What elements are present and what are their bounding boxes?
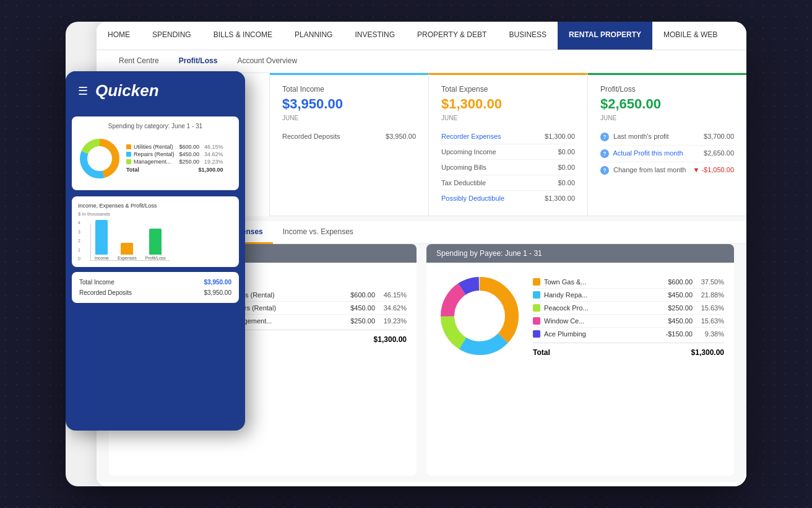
payee-total-label: Total	[533, 348, 550, 357]
hamburger-icon[interactable]: ☰	[78, 84, 88, 98]
towngas-amount: $600.00	[659, 278, 693, 286]
repairs-pct: 34.62%	[379, 304, 407, 312]
income-period: JUNE	[282, 115, 416, 121]
mobile-chart-title: Income, Expenses & Profit/Loss	[78, 203, 233, 209]
payee-donut-chart	[436, 273, 523, 359]
profitloss-header: Profit/Loss	[600, 85, 734, 94]
window-name: Window Ce...	[544, 317, 655, 325]
income-header: Total Income	[282, 85, 416, 94]
nav-investing[interactable]: INVESTING	[343, 22, 406, 50]
actual-profit-link[interactable]: Actual Profit this month	[613, 149, 683, 157]
nav-bills-income[interactable]: BILLS & INCOME	[202, 22, 283, 50]
expense-header: Total Expense	[441, 85, 575, 94]
expense-period: JUNE	[441, 115, 575, 121]
ace-name: Ace Plumbing	[544, 330, 655, 338]
towngas-pct: 37.50%	[696, 278, 724, 286]
window-amount: $450.00	[659, 317, 693, 325]
change-label: Change from last month	[613, 166, 686, 173]
actual-profit-amount: $2,650.00	[704, 149, 734, 158]
svg-point-16	[456, 292, 503, 339]
tax-deductible-amount: $0.00	[558, 179, 575, 186]
handy-pct: 21.88%	[696, 291, 724, 299]
upcoming-bills-amount: $0.00	[558, 164, 575, 171]
actual-profit-row: ? Actual Profit this month $2,650.00	[600, 146, 734, 162]
nav-planning[interactable]: PLANNING	[283, 22, 343, 50]
ace-pct: 9.38%	[696, 330, 724, 338]
upcoming-income-label: Upcoming Income	[441, 148, 496, 155]
top-nav: HOME SPENDING BILLS & INCOME PLANNING IN…	[97, 22, 746, 50]
mobile-bar-chart-section: Income, Expenses & Profit/Loss $ in thou…	[72, 196, 239, 267]
stat-card-income: Total Income $3,950.00 JUNE Recorded Dep…	[270, 73, 429, 216]
payee-content: Town Gas &... $600.00 37.50% Handy Repa.…	[426, 263, 734, 369]
nav-business[interactable]: BUSINESS	[498, 22, 558, 50]
mobile-spending-label: Spending by category: June 1 - 31	[78, 123, 233, 129]
stat-card-profitloss: Profit/Loss $2,650.00 JUNE ? Last month'…	[588, 73, 746, 216]
expense-amount: $1,300.00	[441, 96, 575, 112]
question-icon-1[interactable]: ?	[600, 133, 609, 141]
nav-home[interactable]: HOME	[97, 22, 141, 50]
question-icon-3[interactable]: ?	[600, 166, 609, 175]
mobile-total-income-label: Total Income	[79, 279, 114, 286]
last-month-label: Last month's profit	[613, 133, 669, 140]
ace-amount: -$150.00	[659, 330, 693, 338]
tax-deductible-label: Tax Deductible	[441, 179, 486, 186]
upcoming-income-row: Upcoming Income $0.00	[441, 144, 575, 160]
svg-point-4	[89, 147, 111, 170]
mobile-donut-area: Utilities (Rental) $600.00 46.15% Repair…	[78, 133, 233, 184]
stat-card-expense: Total Expense $1,300.00 JUNE Recorder Ex…	[429, 73, 588, 216]
tax-deductible-row: Tax Deductible $0.00	[441, 175, 575, 191]
mgmt-amount: $250.00	[341, 317, 375, 325]
possibly-deductible-amount: $1,300.00	[545, 195, 575, 202]
window-color	[533, 317, 540, 325]
utilities-pct: 46.15%	[379, 291, 407, 299]
repairs-amount: $450.00	[341, 304, 375, 312]
peacock-color	[533, 304, 540, 312]
sub-nav: Rent Centre Profit/Loss Account Overview	[97, 50, 746, 73]
upcoming-bills-label: Upcoming Bills	[441, 164, 486, 171]
last-month-amount: $3,700.00	[704, 133, 734, 141]
question-icon-2[interactable]: ?	[600, 149, 609, 158]
change-from-last-month-row: ? Change from last month ▼ -$1,050.00	[600, 162, 734, 178]
payee-total-row: Total $1,300.00	[533, 343, 724, 357]
possibly-deductible-link[interactable]: Possibly Deductibule	[441, 195, 504, 202]
mobile-legend: Utilities (Rental) $600.00 46.15% Repair…	[126, 144, 223, 174]
payee-legend-table: Town Gas &... $600.00 37.50% Handy Repa.…	[533, 276, 724, 340]
handy-amount: $450.00	[659, 291, 693, 299]
recorder-expenses-row: Recorder Expenses $1,300.00	[441, 129, 575, 144]
nav-mobile-web[interactable]: MOBILE & WEB	[652, 22, 728, 50]
mobile-totals: Total Income $3,950.00 Recorded Deposits…	[72, 272, 239, 303]
possibly-deductible-row: Possibly Deductibule $1,300.00	[441, 191, 575, 206]
tab-income-vs-expenses[interactable]: Income vs. Expenses	[273, 221, 363, 244]
payee-row-ace: Ace Plumbing -$150.00 9.38%	[533, 328, 724, 340]
towngas-name: Town Gas &...	[544, 278, 655, 286]
recorded-deposits-label: Recorded Deposits	[282, 133, 340, 140]
towngas-color	[533, 278, 540, 286]
last-month-profit-row: ? Last month's profit $3,700.00	[600, 129, 734, 146]
mobile-total-income-value: $3,950.00	[204, 279, 232, 286]
payee-total-amount: $1,300.00	[691, 348, 724, 357]
recorded-deposits-amount: $3,950.00	[386, 133, 416, 140]
payee-header: Spending by Payee: June 1 - 31	[426, 244, 734, 263]
upcoming-bills-row: Upcoming Bills $0.00	[441, 160, 575, 175]
subnav-rent-centre[interactable]: Rent Centre	[109, 50, 169, 73]
income-amount: $3,950.00	[282, 96, 416, 112]
stats-area: Total Income $3,950.00 JUNE Recorded Dep…	[270, 73, 746, 216]
subnav-account-overview[interactable]: Account Overview	[227, 50, 307, 73]
peacock-pct: 15.63%	[696, 304, 724, 312]
handy-name: Handy Repa...	[544, 291, 655, 299]
profitloss-period: JUNE	[600, 115, 734, 121]
change-amount: ▼ -$1,050.00	[693, 166, 734, 175]
nav-rental-property[interactable]: RENTAL PROPERTY	[558, 22, 652, 50]
subnav-profit-loss[interactable]: Profit/Loss	[169, 50, 228, 73]
window-pct: 15.63%	[696, 317, 724, 325]
mgmt-pct: 19.23%	[379, 317, 407, 325]
recorder-expenses-link[interactable]: Recorder Expenses	[441, 133, 501, 140]
payee-row-towngas: Town Gas &... $600.00 37.50%	[533, 276, 724, 289]
recorder-expenses-amount: $1,300.00	[545, 133, 575, 140]
spending-by-payee-card: Spending by Payee: June 1 - 31	[426, 244, 734, 476]
nav-spending[interactable]: SPENDING	[141, 22, 202, 50]
mobile-header: ☰ Quicken	[66, 71, 245, 110]
nav-property-debt[interactable]: PROPERTY & DEBT	[406, 22, 498, 50]
payee-row-handy: Handy Repa... $450.00 21.88%	[533, 289, 724, 302]
category-total-amount: $1,300.00	[374, 335, 407, 344]
